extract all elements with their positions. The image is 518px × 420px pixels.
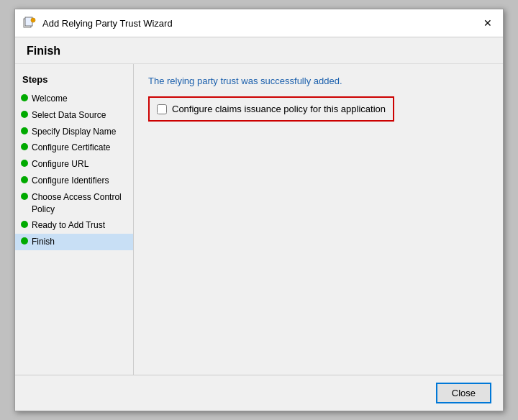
step-label-configure-certificate: Configure Certificate xyxy=(32,142,110,154)
step-label-select-data-source: Select Data Source xyxy=(32,109,106,122)
configure-policy-checkbox-group: Configure claims issuance policy for thi… xyxy=(148,96,394,122)
step-label-configure-identifiers: Configure Identifiers xyxy=(32,175,109,187)
step-label-configure-url: Configure URL xyxy=(32,158,88,170)
steps-panel: Steps Welcome Select Data Source Specify… xyxy=(15,64,134,375)
title-bar: Add Relying Party Trust Wizard ✕ xyxy=(15,9,503,37)
sidebar-item-configure-identifiers: Configure Identifiers xyxy=(15,173,133,189)
step-dot-welcome xyxy=(21,94,28,101)
sidebar-item-ready-to-add-trust: Ready to Add Trust xyxy=(15,217,133,234)
dialog-title: Add Relying Party Trust Wizard xyxy=(42,18,173,29)
success-message: The relying party trust was successfully… xyxy=(148,76,489,86)
dialog-body: Steps Welcome Select Data Source Specify… xyxy=(15,64,503,375)
dialog-window: Add Relying Party Trust Wizard ✕ Finish … xyxy=(14,9,504,411)
page-heading: Finish xyxy=(15,37,503,64)
step-label-finish: Finish xyxy=(32,236,55,248)
close-button[interactable]: Close xyxy=(436,383,491,403)
step-dot-select-data-source xyxy=(21,111,28,118)
sidebar-item-select-data-source: Select Data Source xyxy=(15,107,133,124)
wizard-icon xyxy=(22,16,37,30)
step-dot-finish xyxy=(21,237,28,245)
step-dot-configure-identifiers xyxy=(21,176,28,183)
step-dot-configure-url xyxy=(21,160,28,167)
step-label-choose-access-control-policy: Choose Access Control Policy xyxy=(32,191,126,216)
sidebar-item-specify-display-name: Specify Display Name xyxy=(15,124,133,140)
sidebar-item-choose-access-control-policy: Choose Access Control Policy xyxy=(15,189,133,218)
step-dot-specify-display-name xyxy=(21,127,28,134)
step-dot-ready-to-add-trust xyxy=(21,221,28,228)
step-dot-configure-certificate xyxy=(21,143,28,150)
step-dot-choose-access-control-policy xyxy=(21,193,28,200)
sidebar-item-finish: Finish xyxy=(15,234,133,250)
configure-policy-checkbox[interactable] xyxy=(157,104,167,114)
step-label-ready-to-add-trust: Ready to Add Trust xyxy=(32,219,105,232)
sidebar-item-configure-certificate: Configure Certificate xyxy=(15,140,133,156)
configure-policy-label[interactable]: Configure claims issuance policy for thi… xyxy=(172,104,386,114)
close-icon[interactable]: ✕ xyxy=(480,15,496,31)
step-label-welcome: Welcome xyxy=(32,93,68,105)
sidebar-item-welcome: Welcome xyxy=(15,91,133,107)
sidebar-item-configure-url: Configure URL xyxy=(15,156,133,173)
title-bar-left: Add Relying Party Trust Wizard xyxy=(22,16,173,30)
steps-label: Steps xyxy=(15,71,133,91)
step-label-specify-display-name: Specify Display Name xyxy=(32,126,116,138)
dialog-footer: Close xyxy=(15,375,503,411)
content-panel: The relying party trust was successfully… xyxy=(134,64,503,375)
